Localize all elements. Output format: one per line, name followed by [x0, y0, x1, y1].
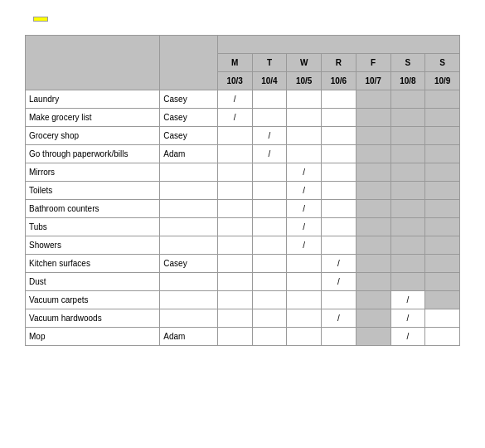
day-header: R: [322, 54, 356, 72]
chore-cell: [390, 90, 425, 109]
chore-owner: [160, 273, 218, 291]
chore-cell: [425, 291, 460, 309]
chore-cell: [356, 127, 390, 145]
chore-cell: [425, 90, 460, 109]
chore-owner: Casey: [160, 109, 218, 127]
chore-cell: [252, 328, 287, 346]
chore-cell: [390, 255, 425, 273]
table-row: Dust/: [26, 273, 460, 291]
chore-cell: [356, 291, 390, 309]
chore-cell: /: [390, 291, 425, 309]
chore-cell: [217, 273, 252, 291]
table-row: Vacuum carpets/: [26, 291, 460, 309]
chore-cell: [322, 291, 356, 309]
chore-cell: /: [217, 90, 252, 109]
chore-name: Kitchen surfaces: [26, 255, 160, 273]
chore-cell: [425, 255, 460, 273]
table-row: LaundryCasey/: [26, 90, 460, 109]
chore-cell: [390, 109, 425, 127]
chore-cell: [287, 309, 322, 328]
chore-cell: [356, 109, 390, 127]
chore-cell: [287, 291, 322, 309]
chore-cell: [217, 145, 252, 163]
chore-cell: [217, 218, 252, 236]
chore-cell: [252, 182, 287, 200]
chore-cell: [390, 127, 425, 145]
chore-cell: [322, 145, 356, 163]
table-row: Kitchen surfacesCasey/: [26, 255, 460, 273]
chore-name: Mop: [26, 328, 160, 346]
chore-cell: [322, 200, 356, 218]
chore-name: Make grocery list: [26, 109, 160, 127]
chore-cell: [390, 163, 425, 182]
chore-cell: [252, 236, 287, 255]
day-header: S: [390, 54, 425, 72]
chore-cell: [287, 328, 322, 346]
chore-name: Vacuum carpets: [26, 291, 160, 309]
chore-cell: [390, 182, 425, 200]
chore-cell: [425, 236, 460, 255]
chore-cell: [252, 291, 287, 309]
chore-cell: [217, 309, 252, 328]
chore-cell: [252, 255, 287, 273]
chore-cell: /: [287, 236, 322, 255]
date-header: 10/4: [252, 72, 287, 90]
chore-owner: [160, 291, 218, 309]
date-value[interactable]: [33, 17, 48, 22]
chore-cell: [425, 328, 460, 346]
chore-cell: [390, 273, 425, 291]
chore-cell: [356, 236, 390, 255]
chore-cell: [322, 328, 356, 346]
chore-cell: [356, 255, 390, 273]
chore-cell: [322, 236, 356, 255]
date-header: 10/5: [287, 72, 322, 90]
chore-cell: [217, 291, 252, 309]
chore-cell: [356, 218, 390, 236]
chore-cell: [217, 182, 252, 200]
chore-owner: Casey: [160, 127, 218, 145]
chore-cell: [322, 218, 356, 236]
table-row: Vacuum hardwoods//: [26, 309, 460, 328]
chore-cell: [356, 273, 390, 291]
chore-name: Bathroom counters: [26, 200, 160, 218]
chore-cell: [390, 200, 425, 218]
chore-cell: [252, 200, 287, 218]
chore-cell: [356, 309, 390, 328]
chore-cell: /: [252, 145, 287, 163]
table-row: Go through paperwork/billsAdam/: [26, 145, 460, 163]
chore-name: Tubs: [26, 218, 160, 236]
chore-cell: /: [287, 163, 322, 182]
table-row: Mirrors/: [26, 163, 460, 182]
chore-cell: [217, 236, 252, 255]
chore-cell: [425, 218, 460, 236]
chore-cell: [252, 218, 287, 236]
chore-cell: [425, 309, 460, 328]
day-header: S: [425, 54, 460, 72]
table-row: Toilets/: [26, 182, 460, 200]
chore-name: Mirrors: [26, 163, 160, 182]
chore-cell: [287, 90, 322, 109]
date-header: 10/6: [322, 72, 356, 90]
chore-cell: [252, 163, 287, 182]
chore-cell: [217, 127, 252, 145]
chore-cell: [287, 273, 322, 291]
chore-cell: [217, 200, 252, 218]
date-header: 10/7: [356, 72, 390, 90]
day-header: M: [217, 54, 252, 72]
chore-cell: [252, 309, 287, 328]
chores-table: MTWRFSS 10/310/410/510/610/710/810/9 Lau…: [25, 35, 460, 346]
table-row: Make grocery listCasey/: [26, 109, 460, 127]
chore-owner: Adam: [160, 145, 218, 163]
chore-owner: Casey: [160, 255, 218, 273]
chore-name: Toilets: [26, 182, 160, 200]
chore-cell: [252, 109, 287, 127]
chore-cell: [287, 109, 322, 127]
chore-cell: [252, 90, 287, 109]
chore-name: Vacuum hardwoods: [26, 309, 160, 328]
chore-owner: Adam: [160, 328, 218, 346]
chore-cell: [390, 236, 425, 255]
chore-cell: [322, 90, 356, 109]
chore-cell: [425, 127, 460, 145]
chore-cell: /: [322, 255, 356, 273]
chore-cell: /: [322, 309, 356, 328]
